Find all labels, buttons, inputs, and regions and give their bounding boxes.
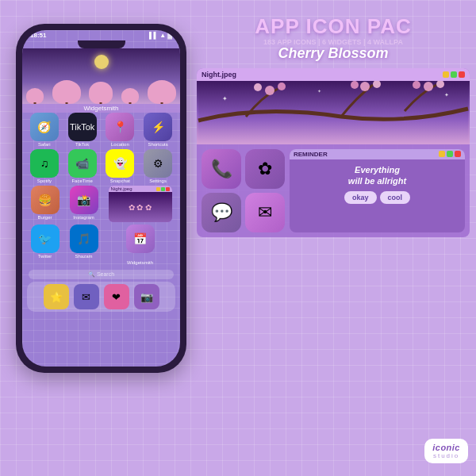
right-panel: APP ICON PAC 183 APP ICONS | 6 WIDGETS |… bbox=[197, 16, 470, 237]
studio-name: iconic bbox=[432, 443, 460, 452]
reminder-cool-button[interactable]: cool bbox=[380, 191, 411, 204]
maximize-btn[interactable] bbox=[161, 187, 165, 191]
large-icon-mail[interactable]: ✉ bbox=[245, 193, 285, 232]
reminder-window-controls bbox=[439, 151, 461, 157]
phone-frame: 18:51 ▌▌ ▲ ▓ bbox=[16, 24, 186, 373]
shortcuts-label: Shortcuts bbox=[148, 142, 167, 147]
phone-search-bar[interactable]: 🔍 Search bbox=[29, 270, 174, 279]
window-maximize-btn[interactable] bbox=[451, 71, 457, 78]
svg-point-9 bbox=[413, 81, 420, 89]
svg-point-4 bbox=[360, 82, 370, 91]
studio-badge: iconic studio bbox=[424, 439, 468, 463]
reminder-maximize-btn[interactable] bbox=[447, 151, 453, 157]
app-snapchat[interactable]: 👻 Snapchat bbox=[106, 149, 134, 183]
app-safari[interactable]: 🧭 Safari bbox=[30, 113, 59, 147]
window-close-btn[interactable] bbox=[459, 71, 465, 78]
app-settings[interactable]: ⚙ Settings bbox=[144, 149, 172, 183]
svg-text:✦: ✦ bbox=[444, 92, 449, 98]
blossom-cloud bbox=[148, 80, 176, 104]
facetime-icon[interactable]: 📹 bbox=[68, 149, 97, 178]
minimize-btn[interactable] bbox=[156, 187, 160, 191]
blossom-cloud bbox=[26, 88, 44, 104]
large-icon-flower[interactable]: ✿ bbox=[245, 149, 285, 189]
app-instagram[interactable]: 📸 Instagram bbox=[70, 186, 98, 222]
burger-icon[interactable]: 🍔 bbox=[31, 186, 60, 214]
location-icon[interactable]: 📍 bbox=[106, 113, 134, 141]
app-widgetsmith-2[interactable]: 📅 Widgetsmith bbox=[109, 225, 172, 267]
nested-title-bar: Night.jpeg bbox=[109, 186, 172, 192]
window-image-area: ✦ ✦ ✦ bbox=[197, 81, 470, 144]
svg-text:✦: ✦ bbox=[317, 89, 321, 94]
dock-icon-camera[interactable]: 📷 bbox=[134, 284, 159, 309]
title-section: APP ICON PAC 183 APP ICONS | 6 WIDGETS |… bbox=[197, 16, 470, 62]
app-burger[interactable]: 🍔 Burger bbox=[31, 186, 60, 222]
blossom-branch-svg: ✦ ✦ ✦ bbox=[197, 81, 470, 144]
phone-wallpaper bbox=[22, 48, 180, 104]
large-icon-phone[interactable]: 📞 bbox=[202, 149, 241, 189]
spotify-icon[interactable]: ♫ bbox=[30, 149, 59, 178]
app-facetime[interactable]: 📹 FaceTime bbox=[68, 149, 97, 183]
reminder-minimize-btn[interactable] bbox=[439, 151, 445, 157]
nested-window-controls bbox=[156, 187, 170, 191]
nested-window-image: ✿ ✿ ✿ bbox=[109, 192, 172, 222]
app-row-3: 🍔 Burger 📸 Instagram Night.jpeg bbox=[25, 186, 177, 222]
reminder-title-bar: REMINDER bbox=[290, 149, 465, 159]
settings-icon[interactable]: ⚙ bbox=[144, 149, 172, 178]
app-row-2: ♫ Spotify 📹 FaceTime 👻 Snapchat ⚙ Settin… bbox=[25, 149, 177, 183]
tiktok-icon[interactable]: TikTok bbox=[68, 113, 97, 141]
twitter-label: Twitter bbox=[38, 254, 52, 259]
app-twitter[interactable]: 🐦 Twitter bbox=[31, 225, 60, 267]
blossom-branch-area: ✦ ✦ ✦ bbox=[197, 81, 470, 144]
shazam-icon[interactable]: 🎵 bbox=[70, 225, 98, 253]
svg-point-2 bbox=[254, 83, 262, 91]
main-title: APP ICON PAC bbox=[197, 16, 470, 36]
shazam-label: Shazam bbox=[75, 254, 92, 259]
widgetsmith-widget: Widgetsmith bbox=[22, 104, 180, 113]
app-grid-section: 🧭 Safari TikTok TikTok 📍 Location ⚡ Shor… bbox=[22, 113, 180, 267]
large-icon-chat[interactable]: 💬 bbox=[202, 193, 241, 232]
dock-icon-mail[interactable]: ✉ bbox=[74, 284, 99, 309]
twitter-icon[interactable]: 🐦 bbox=[31, 225, 60, 253]
reminder-body: Everythingwill be allright okay cool bbox=[290, 159, 465, 209]
desktop-window: Night.jpeg bbox=[197, 68, 470, 237]
reminder-close-btn[interactable] bbox=[455, 151, 461, 157]
app-tiktok[interactable]: TikTok TikTok bbox=[68, 113, 97, 147]
instagram-label: Instagram bbox=[73, 215, 94, 220]
reminder-title-text: REMINDER bbox=[294, 151, 328, 158]
cherry-blossom-title: Cherry Blossom bbox=[197, 46, 470, 62]
svg-point-3 bbox=[278, 83, 286, 90]
status-icons: ▌▌ ▲ ▓ bbox=[149, 32, 172, 39]
reminder-message: Everythingwill be allright bbox=[294, 164, 460, 187]
studio-subtitle: studio bbox=[432, 452, 460, 459]
window-title: Night.jpeg bbox=[202, 71, 236, 79]
app-spotify[interactable]: ♫ Spotify bbox=[30, 149, 59, 183]
settings-label: Settings bbox=[149, 178, 167, 183]
svg-point-6 bbox=[351, 81, 359, 89]
window-title-bar: Night.jpeg bbox=[197, 68, 470, 81]
dock-icon-heart[interactable]: ❤ bbox=[104, 284, 129, 309]
phone-dock: ⭐ ✉ ❤ 📷 bbox=[27, 282, 175, 312]
dock-icon-star[interactable]: ⭐ bbox=[44, 284, 69, 309]
safari-icon[interactable]: 🧭 bbox=[30, 113, 59, 141]
app-location[interactable]: 📍 Location bbox=[106, 113, 134, 147]
close-btn[interactable] bbox=[166, 187, 170, 191]
reminder-buttons: okay cool bbox=[294, 191, 460, 204]
widgetsmith2-icon[interactable]: 📅 bbox=[126, 225, 155, 253]
instagram-icon[interactable]: 📸 bbox=[70, 186, 98, 214]
burger-label: Burger bbox=[37, 215, 52, 220]
blossom-cloud bbox=[89, 82, 113, 104]
shortcuts-icon[interactable]: ⚡ bbox=[144, 113, 172, 141]
window-lower-section: 📞 ✿ 💬 ✉ REMINDER Everythingwill bbox=[197, 144, 470, 237]
blossom-cloud bbox=[52, 80, 81, 104]
location-label: Location bbox=[111, 142, 129, 147]
snapchat-icon[interactable]: 👻 bbox=[106, 149, 134, 178]
reminder-popup: REMINDER Everythingwill be allright okay bbox=[290, 149, 465, 232]
window-controls bbox=[443, 71, 465, 78]
window-minimize-btn[interactable] bbox=[443, 71, 449, 78]
reminder-okay-button[interactable]: okay bbox=[344, 191, 377, 204]
svg-point-7 bbox=[424, 82, 433, 91]
nested-window-phone: Night.jpeg ✿ ✿ ✿ bbox=[109, 186, 172, 222]
app-shortcuts[interactable]: ⚡ Shortcuts bbox=[144, 113, 172, 147]
app-shazam[interactable]: 🎵 Shazam bbox=[70, 225, 98, 267]
spotify-label: Spotify bbox=[37, 178, 52, 183]
